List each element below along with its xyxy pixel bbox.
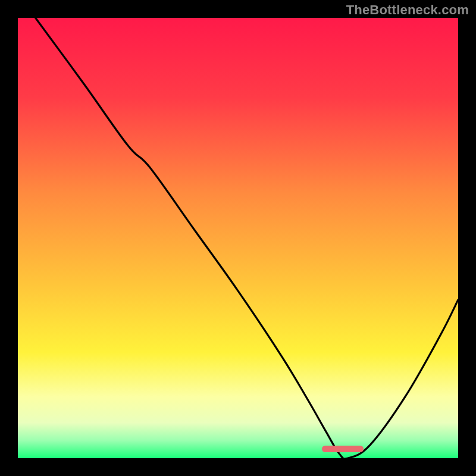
watermark-label: TheBottleneck.com: [346, 2, 469, 18]
plot-area: [18, 18, 458, 458]
chart-frame: TheBottleneck.com: [0, 0, 476, 476]
optimal-range-segment: [322, 446, 364, 453]
bottleneck-curve: [18, 18, 458, 458]
